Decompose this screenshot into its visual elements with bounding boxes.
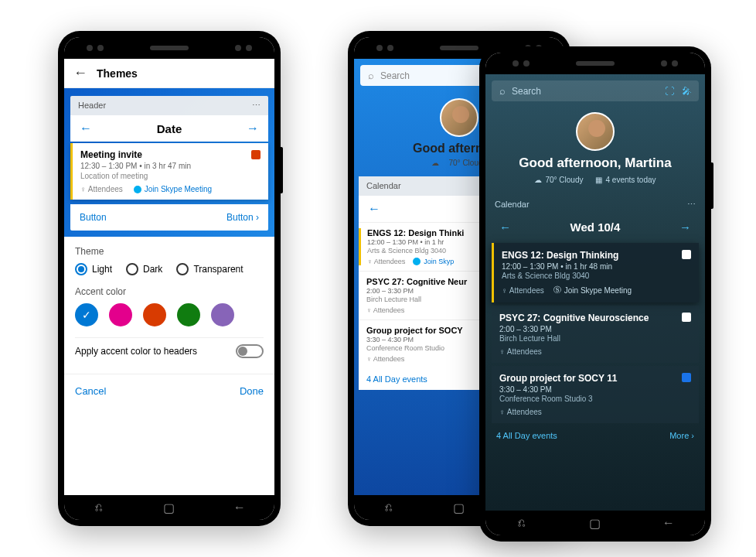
search-placeholder: Search <box>512 86 541 97</box>
attendees-label[interactable]: ♀ Attendees <box>367 258 405 265</box>
back-icon[interactable]: ← <box>73 65 87 81</box>
radio-light[interactable]: Light <box>75 263 112 275</box>
event-card[interactable]: ENGS 12: Design Thinking 12:00 – 1:30 PM… <box>492 243 699 302</box>
phone-power-button <box>281 147 283 193</box>
preview-date: Date <box>157 122 182 135</box>
event-card[interactable]: Group project for SOCY 11 3:30 – 4:30 PM… <box>492 366 699 423</box>
nav-back-icon[interactable]: ← <box>662 517 675 529</box>
nav-recents-icon[interactable]: ⎌ <box>516 517 528 529</box>
preview-date-row: ← Date → <box>70 115 268 142</box>
more-icon[interactable]: ⋯ <box>687 200 696 210</box>
apply-header-toggle[interactable] <box>236 344 264 358</box>
accent-color-orange[interactable] <box>143 303 166 326</box>
event-location: Location of meeting <box>80 172 261 180</box>
weather-icon: ☁ <box>534 176 542 184</box>
preview-button-row: Button Button › <box>70 204 268 231</box>
accent-color-purple[interactable] <box>211 303 234 326</box>
attendees-label[interactable]: ♀ Attendees <box>502 286 544 295</box>
nav-recents-icon[interactable]: ⎌ <box>93 501 105 514</box>
next-arrow-icon[interactable]: → <box>679 220 691 234</box>
attendees-label[interactable]: ♀ Attendees <box>499 347 542 356</box>
attendees-label[interactable]: ♀ Attendees <box>366 306 404 314</box>
attendees-label[interactable]: ♀ Attendees <box>499 408 542 416</box>
more-icon[interactable]: ⋯ <box>252 101 261 111</box>
event-time: 12:30 – 1:30 PM • in 3 hr 47 min <box>80 162 261 170</box>
apply-header-label: Apply accent color to headers <box>75 346 197 357</box>
accent-color-blue[interactable]: ✓ <box>75 303 98 326</box>
office-icon <box>682 313 691 322</box>
skype-link[interactable]: Join Skype Meeting <box>134 185 212 193</box>
all-day-link[interactable]: 4 All Day events <box>496 431 557 440</box>
preview-button-right[interactable]: Button › <box>226 212 259 223</box>
accent-color-pink[interactable] <box>109 303 132 326</box>
more-link[interactable]: More › <box>669 431 694 440</box>
nav-back-icon[interactable]: ← <box>233 501 246 514</box>
preview-header-label: Header <box>78 101 106 111</box>
calendar-panel: Calendar ⋯ ← Wed 10/4 → ENGS 12: Design … <box>492 195 699 448</box>
attendees-label[interactable]: ♀ Attendees <box>80 185 123 193</box>
cancel-button[interactable]: Cancel <box>75 385 106 397</box>
prev-arrow-icon[interactable]: ← <box>499 220 511 234</box>
phone-launcher-dark: ⌕ Search ⛶ 🎤︎ Good afternoon, Martina ☁ … <box>479 46 711 542</box>
skype-icon <box>413 258 421 265</box>
skype-icon <box>134 186 141 193</box>
phone-notch <box>64 37 274 59</box>
events-today: 4 events today <box>605 176 656 184</box>
search-placeholder: Search <box>380 70 410 81</box>
phone-power-button <box>711 162 713 209</box>
themes-header: ← Themes <box>64 59 274 88</box>
skype-link[interactable]: Join Skyp <box>413 258 454 265</box>
weather-text: 70° Cloudy <box>545 176 583 184</box>
mic-icon[interactable]: 🎤︎ <box>682 86 691 97</box>
greeting-text: Good afternoon, Martina <box>485 155 705 171</box>
avatar[interactable] <box>576 112 615 151</box>
done-button[interactable]: Done <box>240 385 264 397</box>
calendar-icon: ▦ <box>595 176 602 184</box>
preview-event-card[interactable]: Meeting invite 12:30 – 1:30 PM • in 3 hr… <box>70 143 268 200</box>
avatar[interactable] <box>440 98 478 137</box>
preview-button-left[interactable]: Button <box>80 212 107 223</box>
scan-icon[interactable]: ⛶ <box>665 86 674 97</box>
search-icon: ⌕ <box>499 85 506 97</box>
event-title: Meeting invite <box>80 149 142 160</box>
nav-home-icon[interactable]: ▢ <box>453 501 465 514</box>
event-card[interactable]: PSYC 27: Cognitive Neuroscience 2:00 – 3… <box>492 306 699 363</box>
theme-label: Theme <box>75 246 264 257</box>
search-input[interactable]: ⌕ Search ⛶ 🎤︎ <box>492 80 699 101</box>
phone-notch <box>485 53 705 74</box>
radio-dark[interactable]: Dark <box>126 263 162 275</box>
nav-home-icon[interactable]: ▢ <box>163 501 175 514</box>
skype-link[interactable]: Ⓢ Join Skype Meeting <box>553 285 632 296</box>
check-icon: ✓ <box>82 309 91 321</box>
radio-transparent[interactable]: Transparent <box>176 263 243 275</box>
nav-home-icon[interactable]: ▢ <box>589 517 601 529</box>
theme-preview: Header ⋯ ← Date → Meeting invite 12:30 –… <box>64 88 274 237</box>
accent-color-green[interactable] <box>177 303 200 326</box>
greeting-block: Good afternoon, Martina ☁ 70° Cloudy ▦ 4… <box>485 108 705 187</box>
attendees-label[interactable]: ♀ Attendees <box>366 355 404 363</box>
calendar-label: Calendar <box>495 200 530 210</box>
calendar-date: Wed 10/4 <box>570 220 621 234</box>
calendar-label: Calendar <box>366 181 401 191</box>
office-icon <box>682 250 691 259</box>
next-arrow-icon[interactable]: → <box>247 121 259 135</box>
prev-arrow-icon[interactable]: ← <box>80 121 92 135</box>
office-icon <box>251 150 261 159</box>
skype-icon: Ⓢ <box>553 285 561 296</box>
prev-arrow-icon[interactable]: ← <box>368 202 380 216</box>
calendar-icon <box>682 373 691 382</box>
accent-label: Accent color <box>75 286 264 297</box>
phone-themes: ← Themes Header ⋯ ← Date → Meeting invit… <box>58 31 281 526</box>
search-icon: ⌕ <box>368 70 374 81</box>
weather-icon: ☁ <box>431 159 439 167</box>
nav-recents-icon[interactable]: ⎌ <box>383 501 395 514</box>
preview-header-row: Header ⋯ <box>70 96 268 115</box>
page-title: Themes <box>97 67 138 80</box>
